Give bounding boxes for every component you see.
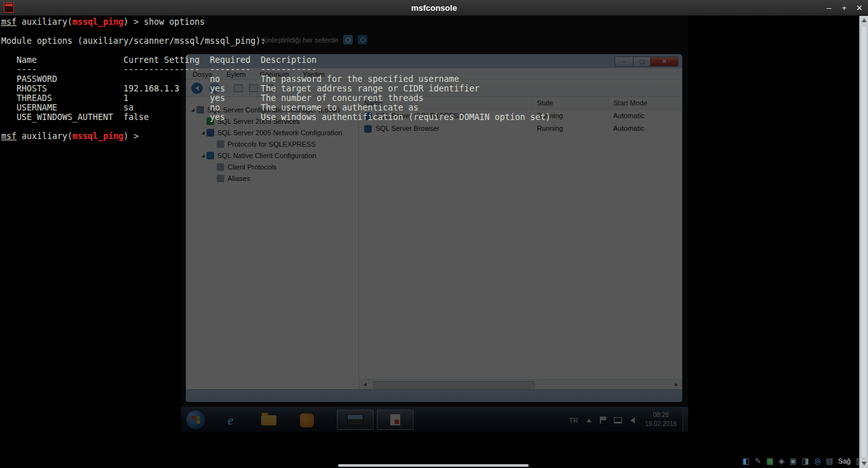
shield-icon[interactable]: ◧ xyxy=(743,457,750,465)
scroll-down-icon[interactable] xyxy=(860,459,868,468)
keyboard-icon[interactable]: ▤ xyxy=(826,457,833,465)
terminal-prompt: msf auxiliary(mssql_ping) > xyxy=(1,131,144,141)
prompt-msf: msf xyxy=(1,17,17,27)
update-icon[interactable]: ◎ xyxy=(814,457,820,465)
workspace-icon[interactable]: ▦ xyxy=(766,457,773,465)
terminal-titlebar: msfconsole – + ✕ xyxy=(0,0,868,16)
prompt-msf: msf xyxy=(1,131,17,141)
maximize-button[interactable]: + xyxy=(839,3,849,14)
module-options-heading: Module options (auxiliary/scanner/mssql/… xyxy=(1,36,266,46)
window-controls: – + ✕ xyxy=(824,0,864,16)
edit-icon[interactable]: ✎ xyxy=(755,457,761,465)
prompt-module-name: mssql_ping xyxy=(72,17,123,27)
host-system-tray: ◧ ✎ ▦ ◈ ▣ ◨ ◎ ▤ Sağ ▥ xyxy=(743,455,863,467)
scrollbar-thumb[interactable] xyxy=(860,25,867,458)
close-button[interactable]: ✕ xyxy=(855,3,864,14)
panel-handle[interactable] xyxy=(338,464,529,467)
display-icon[interactable]: ▣ xyxy=(790,457,797,465)
terminal-area[interactable]: msf auxiliary(mssql_ping) > show options… xyxy=(0,16,859,468)
tray-label[interactable]: Sağ xyxy=(838,457,851,465)
command-text: show options xyxy=(144,17,205,27)
terminal-scrollbar[interactable] xyxy=(859,16,868,468)
minimize-button[interactable]: – xyxy=(824,3,834,14)
package-icon[interactable]: ◈ xyxy=(778,457,784,465)
network-icon[interactable]: ◨ xyxy=(802,457,809,465)
prompt-module-name: mssql_ping xyxy=(72,131,123,141)
scroll-up-icon[interactable] xyxy=(860,16,868,25)
terminal-command-line: msf auxiliary(mssql_ping) > show options xyxy=(1,17,205,27)
terminal-options-table: Name Current Setting Required Descriptio… xyxy=(1,55,551,122)
window-title: msfconsole xyxy=(0,0,868,16)
